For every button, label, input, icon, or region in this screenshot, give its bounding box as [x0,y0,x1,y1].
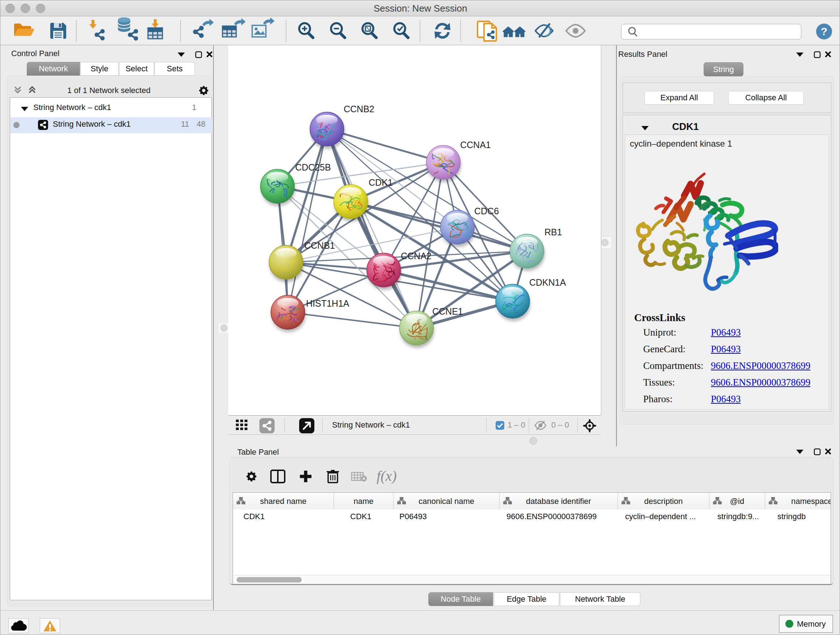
svg-text:CCNA1: CCNA1 [460,140,491,150]
svg-text:CCNB2: CCNB2 [344,104,374,114]
svg-text:CDC6: CDC6 [474,206,499,216]
svg-text:RB1: RB1 [545,227,562,237]
svg-text:CDC25B: CDC25B [295,162,331,172]
svg-text:CDK1: CDK1 [369,177,393,187]
svg-text:CCNE1: CCNE1 [432,306,463,317]
svg-text:CCNA2: CCNA2 [401,251,431,261]
svg-text:f(x): f(x) [377,468,397,484]
svg-text:?: ? [821,25,827,37]
svg-text:CDKN1A: CDKN1A [529,277,566,287]
svg-text:HIST1H1A: HIST1H1A [306,298,349,309]
svg-text:CCNB1: CCNB1 [304,241,335,250]
